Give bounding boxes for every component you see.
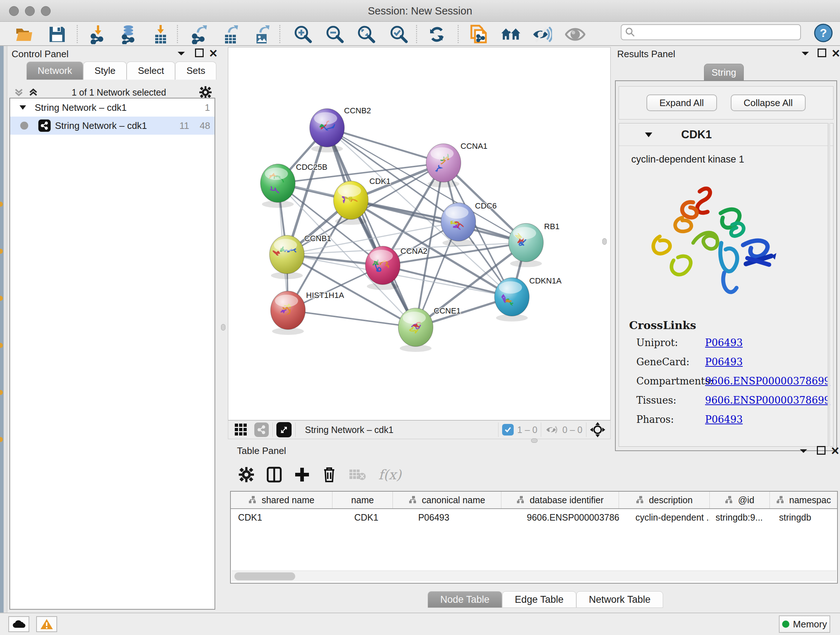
collapse-all-button[interactable]: Collapse All: [731, 95, 806, 111]
collapse-panel-icon[interactable]: [177, 50, 186, 57]
cell-name: CDK1: [332, 512, 393, 523]
tab-network[interactable]: Network: [27, 62, 83, 80]
tab-node-table[interactable]: Node Table: [428, 591, 502, 608]
network-view-canvas[interactable]: CCNB2CCNA1CDC25BCDK1CDC6RB1CCNB1CCNA2CDK…: [228, 47, 611, 420]
zoom-fit-icon[interactable]: [356, 24, 377, 44]
search-input[interactable]: [635, 27, 791, 37]
first-neighbors-icon[interactable]: [501, 24, 521, 44]
import-table-icon[interactable]: [150, 24, 171, 44]
network-node-HIST1H1A[interactable]: [271, 291, 305, 335]
column-header[interactable]: @id: [710, 492, 770, 508]
import-network-from-database-icon[interactable]: [118, 24, 139, 44]
crosslink-pharos-link[interactable]: P06493: [705, 414, 743, 425]
column-header[interactable]: canonical name: [393, 492, 501, 508]
network-node-CCNA1[interactable]: [426, 144, 461, 187]
expand-all-networks-icon[interactable]: [28, 87, 38, 97]
column-type-icon: [516, 496, 526, 504]
clone-network-icon[interactable]: [469, 24, 489, 44]
table-options-gear-icon[interactable]: [239, 467, 254, 482]
help-icon[interactable]: ?: [814, 24, 833, 42]
edge-count: 48: [200, 120, 210, 131]
tab-style[interactable]: Style: [83, 62, 126, 80]
section-collapse-icon[interactable]: [644, 131, 653, 138]
node-label-CDK1: CDK1: [369, 177, 391, 186]
collection-expand-icon[interactable]: [19, 104, 27, 111]
expand-all-button[interactable]: Expand All: [646, 95, 717, 111]
network-row-selected[interactable]: String Network – cdk1 11 48: [10, 117, 215, 135]
close-panel-icon[interactable]: ✕: [831, 47, 840, 60]
crosslink-label: Compartments:: [636, 375, 713, 386]
string-network-graph[interactable]: CCNB2CCNA1CDC25BCDK1CDC6RB1CCNB1CCNA2CDK…: [228, 48, 610, 420]
scrollbar-thumb[interactable]: [234, 572, 295, 580]
save-session-icon[interactable]: [47, 24, 67, 44]
import-network-icon[interactable]: [88, 24, 108, 44]
crosslink-tissues-link[interactable]: 9606.ENSP00000378699: [705, 394, 830, 406]
cloud-services-button[interactable]: [8, 616, 29, 632]
memory-button[interactable]: Memory: [779, 616, 830, 633]
float-panel-icon[interactable]: [195, 49, 204, 57]
warnings-button[interactable]: [36, 616, 57, 632]
fit-content-crosshair-icon[interactable]: [590, 422, 605, 437]
gene-section-header[interactable]: CDK1: [619, 124, 833, 146]
network-collection-row[interactable]: String Network – cdk1 1: [10, 98, 215, 117]
right-splitter-grip[interactable]: [602, 238, 607, 245]
collapse-all-networks-icon[interactable]: [14, 87, 24, 97]
close-panel-icon[interactable]: ✕: [209, 47, 218, 60]
tab-string[interactable]: String: [704, 64, 744, 81]
table-panel-title: Table Panel: [237, 445, 286, 456]
network-node-CCNA2[interactable]: [365, 246, 400, 290]
network-options-gear-icon[interactable]: [199, 86, 212, 98]
export-table-icon[interactable]: [220, 24, 240, 44]
zoom-out-icon[interactable]: [325, 24, 345, 44]
tab-select[interactable]: Select: [126, 62, 175, 80]
memory-status-dot: [782, 621, 789, 628]
float-panel-icon[interactable]: [817, 446, 826, 455]
hidden-eye-icon[interactable]: [545, 424, 559, 436]
network-grid-view-icon[interactable]: [234, 423, 248, 437]
show-columns-icon[interactable]: [266, 466, 282, 483]
tab-edge-table[interactable]: Edge Table: [502, 591, 576, 608]
collapse-panel-icon[interactable]: [801, 50, 810, 57]
crosslink-uniprot-link[interactable]: P06493: [705, 337, 743, 348]
selected-checkbox-icon[interactable]: [502, 424, 514, 435]
show-all-icon[interactable]: [565, 24, 585, 44]
gene-description: cyclin-dependent kinase 1: [631, 154, 744, 165]
zoom-in-icon[interactable]: [293, 24, 313, 44]
crosslink-genecard-link[interactable]: P06493: [705, 356, 743, 367]
results-scrollbar[interactable]: [828, 123, 830, 447]
tab-network-table[interactable]: Network Table: [576, 591, 663, 608]
network-node-RB1[interactable]: [508, 223, 543, 267]
birds-eye-view-icon[interactable]: [276, 422, 292, 437]
window-title: Session: New Session: [0, 5, 840, 17]
delete-column-icon[interactable]: [322, 466, 336, 483]
search-field[interactable]: [621, 24, 801, 40]
column-header[interactable]: namespac: [770, 492, 837, 508]
left-splitter-grip[interactable]: [221, 324, 225, 331]
crosslink-compartments-link[interactable]: 9606.ENSP00000378699: [705, 375, 830, 386]
network-share-view-icon[interactable]: [254, 423, 269, 437]
network-node-CDKN1A[interactable]: [494, 278, 529, 321]
network-node-CCNB2[interactable]: [309, 109, 344, 152]
toolbar-separator: [77, 25, 78, 43]
column-header[interactable]: database identifier: [501, 492, 619, 508]
export-image-icon[interactable]: [252, 24, 272, 44]
network-node-CCNB1[interactable]: [270, 235, 304, 279]
close-panel-icon[interactable]: ✕: [831, 445, 840, 457]
hide-selected-icon[interactable]: [532, 24, 552, 44]
column-header[interactable]: name: [332, 492, 393, 508]
collapse-panel-icon[interactable]: [799, 448, 808, 455]
column-header[interactable]: description: [619, 492, 709, 508]
export-network-icon[interactable]: [189, 24, 210, 44]
table-row[interactable]: CDK1 CDK1 P06493 9606.ENSP00000378699 cy…: [231, 509, 837, 526]
network-node-CDC25B[interactable]: [261, 164, 295, 208]
network-node-CCNE1[interactable]: [398, 308, 433, 352]
zoom-selected-icon[interactable]: [389, 24, 409, 44]
refresh-icon[interactable]: [427, 24, 447, 44]
tab-sets[interactable]: Sets: [175, 62, 216, 80]
control-panel: Control Panel ✕ Network Style Select Set…: [8, 47, 217, 612]
column-header[interactable]: shared name: [231, 492, 332, 508]
float-panel-icon[interactable]: [818, 49, 826, 57]
open-session-icon[interactable]: [14, 24, 34, 44]
table-horizontal-scrollbar[interactable]: [232, 570, 836, 581]
create-column-icon[interactable]: [294, 467, 309, 482]
